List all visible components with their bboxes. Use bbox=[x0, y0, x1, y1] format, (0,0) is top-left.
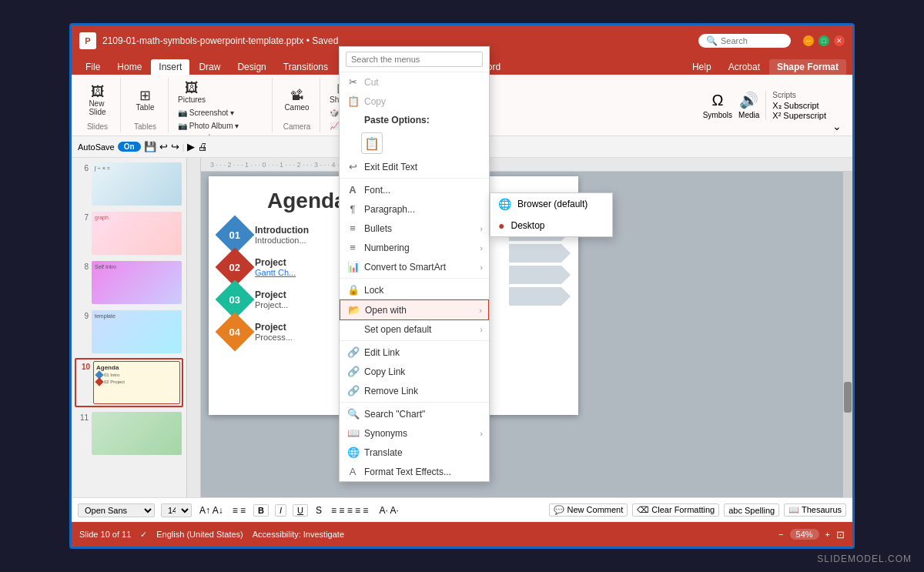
diamond-4: 04 bbox=[216, 313, 255, 352]
browser-icon: 🌐 bbox=[498, 198, 511, 210]
ribbon-group-camera: 📽 Cameo Camera bbox=[274, 78, 320, 132]
context-menu-search bbox=[340, 47, 489, 72]
cameo-button[interactable]: 📽 Cameo bbox=[281, 87, 312, 113]
print-icon[interactable]: 🖨 bbox=[198, 141, 208, 152]
minimize-button[interactable]: ─ bbox=[803, 35, 814, 46]
search-icon: 🔍 bbox=[347, 408, 358, 420]
smartart-arrow: › bbox=[480, 263, 483, 272]
context-menu: ✂ Cut 📋 Copy Paste Options: 📋 ↩ Exit Edi… bbox=[339, 46, 490, 482]
bullets-icon: ≡ bbox=[347, 222, 358, 234]
autosave-badge: On bbox=[118, 142, 141, 152]
submenu-browser[interactable]: 🌐 Browser (default) bbox=[490, 193, 612, 215]
italic-button[interactable]: I bbox=[275, 504, 286, 517]
slide-thumb-9[interactable]: 9 template bbox=[75, 309, 183, 355]
tab-home[interactable]: Home bbox=[109, 59, 149, 75]
fit-slide-button[interactable]: ⊡ bbox=[836, 529, 845, 540]
tab-draw[interactable]: Draw bbox=[191, 59, 228, 75]
superscript-button[interactable]: X² Superscript bbox=[772, 111, 826, 120]
save-icon[interactable]: 💾 bbox=[144, 141, 156, 152]
slide-preview-8: Self Intro bbox=[92, 261, 182, 304]
accessibility-label[interactable]: Accessibility: Investigate bbox=[253, 530, 344, 539]
media-group: 🔊 Media bbox=[738, 91, 759, 119]
exit-edit-icon: ↩ bbox=[347, 161, 358, 172]
tab-design[interactable]: Design bbox=[229, 59, 273, 75]
redo-icon[interactable]: ↪ bbox=[171, 141, 179, 152]
cm-exit-edit[interactable]: ↩ Exit Edit Text bbox=[340, 157, 489, 176]
paragraph-icon: ¶ bbox=[347, 203, 358, 215]
cm-convert-smartart[interactable]: 📊 Convert to SmartArt › bbox=[340, 257, 489, 276]
ruler-vertical bbox=[187, 158, 201, 522]
undo-icon[interactable]: ↩ bbox=[159, 141, 168, 152]
open-with-icon: 📂 bbox=[348, 304, 359, 316]
cm-search-chart[interactable]: 🔍 Search "Chart" bbox=[340, 404, 489, 423]
presenter-icon[interactable]: ▶ bbox=[187, 141, 195, 152]
scrollbar-vertical[interactable] bbox=[843, 172, 852, 522]
cm-paragraph[interactable]: ¶ Paragraph... bbox=[340, 199, 489, 219]
zoom-out-button[interactable]: − bbox=[778, 530, 783, 539]
slide-thumb-11[interactable]: 11 bbox=[75, 410, 183, 457]
cm-translate[interactable]: 🌐 Translate bbox=[340, 443, 489, 462]
paste-icon-1[interactable]: 📋 bbox=[361, 132, 383, 154]
ribbon-group-images: 🖼 Pictures 📷 Screenshot ▾ 📷 Photo Album … bbox=[170, 78, 273, 132]
bold-button[interactable]: B bbox=[253, 504, 269, 517]
slide-thumb-10[interactable]: 10 Agenda 01 Intro 02 Project bbox=[75, 358, 183, 407]
synonyms-icon: 📖 bbox=[347, 427, 358, 439]
slide-thumb-6[interactable]: 6 ∫ ÷ × = bbox=[75, 161, 183, 207]
spelling-button[interactable]: abc Spelling bbox=[724, 503, 779, 517]
smartart-icon: 📊 bbox=[347, 261, 358, 273]
cm-font[interactable]: A Font... bbox=[340, 180, 489, 199]
cm-edit-link[interactable]: 🔗 Edit Link bbox=[340, 343, 489, 362]
tab-shape-format[interactable]: Shape Format bbox=[769, 59, 846, 75]
cm-cut[interactable]: ✂ Cut bbox=[340, 72, 489, 92]
cm-open-with[interactable]: 📂 Open with › bbox=[340, 299, 489, 320]
cm-set-open-default[interactable]: Set open default › bbox=[340, 320, 489, 339]
window-controls: ─ □ ✕ bbox=[803, 35, 845, 46]
thesaurus-button[interactable]: 📖 Thesaurus bbox=[784, 503, 846, 517]
cm-bullets[interactable]: ≡ Bullets › bbox=[340, 219, 489, 238]
cm-copy-link[interactable]: 🔗 Copy Link bbox=[340, 362, 489, 381]
slide-thumb-8[interactable]: 8 Self Intro bbox=[75, 259, 183, 306]
screenshot-button[interactable]: 📷 Screenshot ▾ bbox=[175, 107, 237, 119]
ribbon-group-slides: 🖼 NewSlide Slides bbox=[75, 78, 121, 132]
context-search-input[interactable] bbox=[346, 52, 483, 67]
subscript-button[interactable]: X₂ Subscript bbox=[772, 101, 826, 111]
numbering-icon: ≡ bbox=[347, 242, 358, 253]
tab-acrobat[interactable]: Acrobat bbox=[721, 59, 768, 75]
tab-file[interactable]: File bbox=[78, 59, 108, 75]
underline-button[interactable]: U bbox=[293, 504, 308, 517]
new-slide-button[interactable]: 🖼 NewSlide bbox=[84, 83, 112, 118]
close-button[interactable]: ✕ bbox=[834, 35, 845, 46]
cm-remove-link[interactable]: 🔗 Remove Link bbox=[340, 381, 489, 400]
cm-sep-1 bbox=[340, 178, 489, 179]
cm-format-text-effects[interactable]: A Format Text Effects... bbox=[340, 462, 489, 481]
cm-numbering[interactable]: ≡ Numbering › bbox=[340, 238, 489, 257]
agenda-text-4: Project Process... bbox=[255, 322, 293, 342]
synonyms-arrow: › bbox=[480, 429, 483, 438]
font-size-select[interactable]: 14 bbox=[161, 503, 192, 517]
zoom-in-button[interactable]: + bbox=[825, 530, 830, 539]
scrollbar-thumb[interactable] bbox=[844, 382, 852, 413]
cm-copy[interactable]: 📋 Copy bbox=[340, 92, 489, 111]
photo-album-button[interactable]: 📷 Photo Album ▾ bbox=[175, 120, 242, 132]
maximize-button[interactable]: □ bbox=[819, 35, 829, 46]
tab-transitions[interactable]: Transitions bbox=[276, 59, 336, 75]
tab-help[interactable]: Help bbox=[685, 59, 719, 75]
tab-insert[interactable]: Insert bbox=[151, 59, 189, 75]
table-button[interactable]: ⊞ Table bbox=[132, 87, 159, 113]
tables-group-label: Tables bbox=[134, 122, 156, 131]
title-search-input[interactable] bbox=[721, 36, 782, 45]
new-comment-button[interactable]: 💬 New Comment bbox=[549, 503, 628, 517]
submenu-desktop[interactable]: ● Desktop bbox=[490, 215, 612, 236]
pictures-button[interactable]: 🖼 Pictures bbox=[175, 79, 209, 105]
slide-thumb-7[interactable]: 7 graph bbox=[75, 210, 183, 256]
slide-info: Slide 10 of 11 bbox=[79, 530, 131, 539]
font-family-select[interactable]: Open Sans bbox=[78, 503, 155, 517]
clear-formatting-button[interactable]: ⌫ Clear Formatting bbox=[632, 503, 719, 517]
toolbar-divider: | bbox=[182, 142, 185, 152]
slide-preview-9: template bbox=[92, 310, 182, 353]
cm-lock[interactable]: 🔒 Lock bbox=[340, 280, 489, 299]
open-with-arrow: › bbox=[479, 306, 482, 315]
cm-synonyms[interactable]: 📖 Synonyms › bbox=[340, 423, 489, 443]
expand-scripts[interactable]: ⌄ bbox=[832, 120, 842, 132]
check-icon: ✓ bbox=[140, 530, 147, 540]
